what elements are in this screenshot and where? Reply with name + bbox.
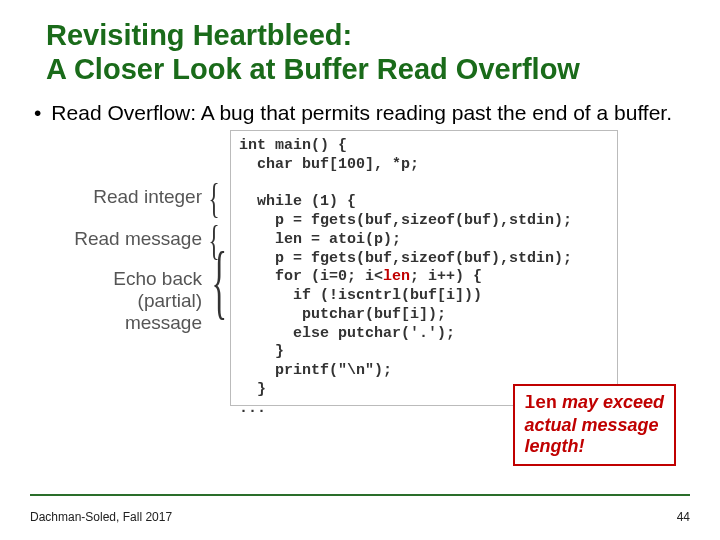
- label-echo-l1: Echo back: [113, 268, 202, 289]
- warning-callout: len may exceed actual message length!: [513, 384, 676, 466]
- footer-author: Dachman-Soled, Fall 2017: [30, 510, 172, 524]
- code-line: ...: [239, 400, 266, 417]
- code-block: int main() { char buf[100], *p; while (1…: [230, 130, 618, 406]
- label-echo-back: Echo back (partial) message: [113, 268, 202, 334]
- label-read-integer: Read integer: [93, 186, 202, 208]
- brace-icon: {: [209, 174, 220, 222]
- code-line: p = fgets(buf,sizeof(buf),stdin);: [239, 212, 572, 229]
- code-highlight-len: len: [383, 268, 410, 285]
- bullet-dot-icon: •: [34, 100, 41, 126]
- code-line: else putchar('.');: [239, 325, 455, 342]
- label-echo-l2: (partial): [138, 290, 202, 311]
- label-read-message: Read message: [74, 228, 202, 250]
- code-line: len = atoi(p);: [239, 231, 401, 248]
- callout-mono: len: [525, 393, 557, 413]
- bullet-item: • Read Overflow: A bug that permits read…: [34, 100, 690, 126]
- code-line-part: ; i++) {: [410, 268, 482, 285]
- callout-text-3: length!: [525, 436, 585, 456]
- code-line: }: [239, 343, 284, 360]
- slide: Revisiting Heartbleed: A Closer Look at …: [0, 0, 720, 540]
- bullet-text: Read Overflow: A bug that permits readin…: [51, 100, 672, 126]
- callout-text-2: actual message: [525, 415, 659, 435]
- code-line: putchar(buf[i]);: [239, 306, 446, 323]
- code-line: char buf[100], *p;: [239, 156, 419, 173]
- callout-text-1: may exceed: [557, 392, 664, 412]
- code-line-part: for (i=0; i<: [239, 268, 383, 285]
- brace-icon: {: [212, 234, 228, 329]
- code-line: if (!iscntrl(buf[i])): [239, 287, 482, 304]
- label-echo-l3: message: [125, 312, 202, 333]
- code-line: }: [239, 381, 266, 398]
- title-line-1: Revisiting Heartbleed:: [46, 19, 352, 51]
- footer-divider: [30, 494, 690, 496]
- code-line: printf("\n");: [239, 362, 392, 379]
- slide-title: Revisiting Heartbleed: A Closer Look at …: [46, 18, 690, 86]
- code-line: int main() {: [239, 137, 347, 154]
- title-line-2: A Closer Look at Buffer Read Overflow: [46, 53, 580, 85]
- page-number: 44: [677, 510, 690, 524]
- code-line: while (1) {: [239, 193, 356, 210]
- code-line: p = fgets(buf,sizeof(buf),stdin);: [239, 250, 572, 267]
